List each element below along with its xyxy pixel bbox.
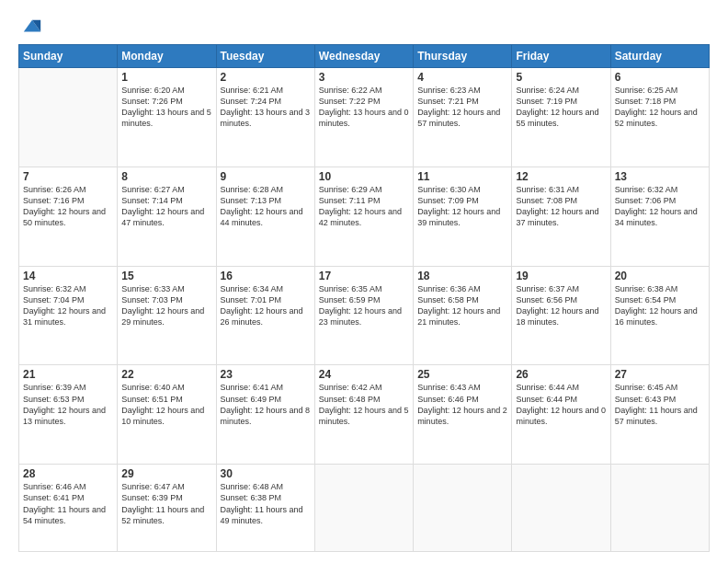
calendar-cell: 23Sunrise: 6:41 AMSunset: 6:49 PMDayligh…: [216, 365, 314, 465]
day-number: 25: [417, 368, 507, 381]
day-number: 4: [417, 71, 507, 84]
weekday-header-row: Sunday Monday Tuesday Wednesday Thursday…: [19, 45, 710, 68]
calendar-cell: 18Sunrise: 6:36 AMSunset: 6:58 PMDayligh…: [414, 266, 512, 365]
day-info: Sunrise: 6:43 AMSunset: 6:46 PMDaylight:…: [417, 382, 507, 427]
header-sunday: Sunday: [19, 45, 118, 68]
calendar-cell: [512, 465, 610, 552]
header-tuesday: Tuesday: [216, 45, 314, 68]
day-number: 17: [319, 270, 409, 282]
day-number: 1: [121, 71, 211, 84]
day-info: Sunrise: 6:28 AMSunset: 7:13 PMDaylight:…: [221, 184, 311, 229]
header: [18, 17, 710, 37]
day-number: 13: [615, 170, 705, 183]
header-wednesday: Wednesday: [314, 45, 413, 68]
calendar-cell: 14Sunrise: 6:32 AMSunset: 7:04 PMDayligh…: [19, 266, 118, 365]
calendar-cell: 3Sunrise: 6:22 AMSunset: 7:22 PMDaylight…: [314, 68, 413, 167]
day-number: 8: [121, 170, 211, 183]
day-info: Sunrise: 6:24 AMSunset: 7:19 PMDaylight:…: [516, 85, 606, 130]
calendar-cell: 24Sunrise: 6:42 AMSunset: 6:48 PMDayligh…: [314, 365, 413, 465]
calendar-cell: 13Sunrise: 6:32 AMSunset: 7:06 PMDayligh…: [610, 167, 709, 266]
calendar-cell: 8Sunrise: 6:27 AMSunset: 7:14 PMDaylight…: [118, 167, 216, 266]
calendar-cell: 15Sunrise: 6:33 AMSunset: 7:03 PMDayligh…: [118, 266, 216, 365]
day-number: 7: [23, 170, 113, 183]
day-info: Sunrise: 6:27 AMSunset: 7:14 PMDaylight:…: [121, 184, 211, 229]
day-number: 6: [615, 71, 705, 84]
day-number: 18: [417, 270, 507, 282]
day-info: Sunrise: 6:32 AMSunset: 7:06 PMDaylight:…: [615, 184, 705, 229]
day-number: 11: [417, 170, 507, 183]
day-number: 2: [221, 71, 311, 84]
logo: [18, 17, 42, 37]
calendar-cell: [610, 465, 709, 552]
day-number: 19: [516, 270, 606, 282]
calendar-cell: 20Sunrise: 6:38 AMSunset: 6:54 PMDayligh…: [610, 266, 709, 365]
day-info: Sunrise: 6:44 AMSunset: 6:44 PMDaylight:…: [516, 382, 606, 427]
day-info: Sunrise: 6:45 AMSunset: 6:43 PMDaylight:…: [615, 382, 705, 427]
day-number: 15: [121, 270, 211, 282]
calendar-cell: [19, 68, 118, 167]
day-info: Sunrise: 6:36 AMSunset: 6:58 PMDaylight:…: [417, 283, 507, 328]
day-number: 21: [23, 368, 113, 381]
day-number: 27: [615, 368, 705, 381]
day-number: 28: [23, 467, 113, 480]
day-info: Sunrise: 6:30 AMSunset: 7:09 PMDaylight:…: [417, 184, 507, 229]
calendar-cell: 16Sunrise: 6:34 AMSunset: 7:01 PMDayligh…: [216, 266, 314, 365]
day-info: Sunrise: 6:20 AMSunset: 7:26 PMDaylight:…: [121, 85, 211, 130]
day-info: Sunrise: 6:34 AMSunset: 7:01 PMDaylight:…: [221, 283, 311, 328]
day-info: Sunrise: 6:46 AMSunset: 6:41 PMDaylight:…: [23, 481, 113, 526]
header-monday: Monday: [118, 45, 216, 68]
day-number: 22: [121, 368, 211, 381]
day-info: Sunrise: 6:23 AMSunset: 7:21 PMDaylight:…: [417, 85, 507, 130]
day-number: 30: [221, 467, 311, 480]
calendar-cell: 12Sunrise: 6:31 AMSunset: 7:08 PMDayligh…: [512, 167, 610, 266]
day-info: Sunrise: 6:26 AMSunset: 7:16 PMDaylight:…: [23, 184, 113, 229]
day-number: 16: [221, 270, 311, 282]
calendar-cell: 27Sunrise: 6:45 AMSunset: 6:43 PMDayligh…: [610, 365, 709, 465]
calendar-cell: 7Sunrise: 6:26 AMSunset: 7:16 PMDaylight…: [19, 167, 118, 266]
header-friday: Friday: [512, 45, 610, 68]
calendar-cell: 4Sunrise: 6:23 AMSunset: 7:21 PMDaylight…: [414, 68, 512, 167]
calendar-cell: 11Sunrise: 6:30 AMSunset: 7:09 PMDayligh…: [414, 167, 512, 266]
calendar-cell: 1Sunrise: 6:20 AMSunset: 7:26 PMDaylight…: [118, 68, 216, 167]
calendar-cell: 22Sunrise: 6:40 AMSunset: 6:51 PMDayligh…: [118, 365, 216, 465]
calendar-cell: 26Sunrise: 6:44 AMSunset: 6:44 PMDayligh…: [512, 365, 610, 465]
header-thursday: Thursday: [414, 45, 512, 68]
day-info: Sunrise: 6:37 AMSunset: 6:56 PMDaylight:…: [516, 283, 606, 328]
day-number: 26: [516, 368, 606, 381]
day-info: Sunrise: 6:32 AMSunset: 7:04 PMDaylight:…: [23, 283, 113, 328]
day-number: 14: [23, 270, 113, 282]
day-info: Sunrise: 6:48 AMSunset: 6:38 PMDaylight:…: [221, 481, 311, 526]
day-number: 24: [319, 368, 409, 381]
day-number: 20: [615, 270, 705, 282]
day-info: Sunrise: 6:29 AMSunset: 7:11 PMDaylight:…: [319, 184, 409, 229]
day-info: Sunrise: 6:42 AMSunset: 6:48 PMDaylight:…: [319, 382, 409, 427]
calendar-cell: 30Sunrise: 6:48 AMSunset: 6:38 PMDayligh…: [216, 465, 314, 552]
day-info: Sunrise: 6:25 AMSunset: 7:18 PMDaylight:…: [615, 85, 705, 130]
day-number: 12: [516, 170, 606, 183]
day-info: Sunrise: 6:40 AMSunset: 6:51 PMDaylight:…: [121, 382, 211, 427]
day-number: 10: [319, 170, 409, 183]
calendar-cell: 21Sunrise: 6:39 AMSunset: 6:53 PMDayligh…: [19, 365, 118, 465]
calendar-cell: 28Sunrise: 6:46 AMSunset: 6:41 PMDayligh…: [19, 465, 118, 552]
calendar-cell: 6Sunrise: 6:25 AMSunset: 7:18 PMDaylight…: [610, 68, 709, 167]
calendar-cell: 5Sunrise: 6:24 AMSunset: 7:19 PMDaylight…: [512, 68, 610, 167]
day-number: 23: [221, 368, 311, 381]
calendar-cell: 10Sunrise: 6:29 AMSunset: 7:11 PMDayligh…: [314, 167, 413, 266]
day-info: Sunrise: 6:35 AMSunset: 6:59 PMDaylight:…: [319, 283, 409, 328]
day-info: Sunrise: 6:21 AMSunset: 7:24 PMDaylight:…: [221, 85, 311, 130]
calendar-cell: 2Sunrise: 6:21 AMSunset: 7:24 PMDaylight…: [216, 68, 314, 167]
calendar-cell: 29Sunrise: 6:47 AMSunset: 6:39 PMDayligh…: [118, 465, 216, 552]
day-number: 5: [516, 71, 606, 84]
day-info: Sunrise: 6:41 AMSunset: 6:49 PMDaylight:…: [221, 382, 311, 427]
day-info: Sunrise: 6:47 AMSunset: 6:39 PMDaylight:…: [121, 481, 211, 526]
logo-icon: [22, 17, 42, 37]
calendar-cell: 25Sunrise: 6:43 AMSunset: 6:46 PMDayligh…: [414, 365, 512, 465]
day-number: 9: [221, 170, 311, 183]
day-info: Sunrise: 6:38 AMSunset: 6:54 PMDaylight:…: [615, 283, 705, 328]
day-number: 29: [121, 467, 211, 480]
calendar-cell: 19Sunrise: 6:37 AMSunset: 6:56 PMDayligh…: [512, 266, 610, 365]
calendar-cell: 9Sunrise: 6:28 AMSunset: 7:13 PMDaylight…: [216, 167, 314, 266]
day-info: Sunrise: 6:39 AMSunset: 6:53 PMDaylight:…: [23, 382, 113, 427]
day-info: Sunrise: 6:31 AMSunset: 7:08 PMDaylight:…: [516, 184, 606, 229]
header-saturday: Saturday: [610, 45, 709, 68]
